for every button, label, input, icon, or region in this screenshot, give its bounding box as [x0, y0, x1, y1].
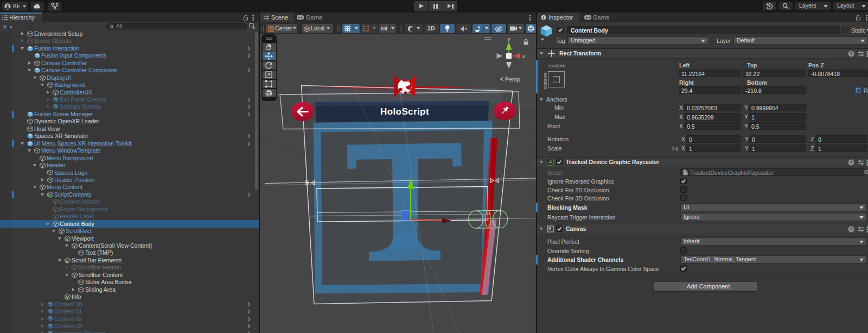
svg-text:y: y [508, 36, 510, 42]
svg-text:Persp: Persp [505, 76, 520, 83]
svg-text:HoloScript: HoloScript [380, 106, 429, 117]
svg-text:#: # [549, 159, 552, 165]
svg-text:x: x [522, 53, 525, 59]
svg-text:?: ? [850, 227, 853, 232]
svg-text:?: ? [850, 51, 853, 56]
svg-text:?: ? [850, 160, 853, 165]
